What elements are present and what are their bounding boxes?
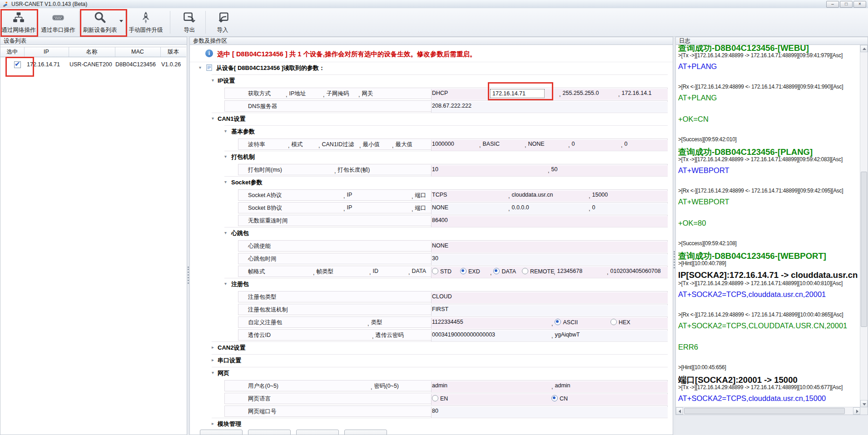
param-panel-title: 参数及操作区 bbox=[189, 37, 673, 45]
column-header-version[interactable]: 版本 bbox=[160, 47, 186, 57]
minimize-button[interactable]: – bbox=[826, 1, 839, 8]
param-section-row[interactable]: ▾IP设置 bbox=[190, 74, 673, 87]
param-panel: 参数及操作区 i 选中 [ D8B04C123456 ] 共 1 个设备,操作会… bbox=[189, 37, 673, 435]
log-blank-line bbox=[678, 104, 860, 115]
tree-root-label: 从设备[ D8B04C123456 ]读取到的参数： bbox=[216, 64, 325, 72]
column-header-ip[interactable]: IP bbox=[24, 47, 69, 57]
expand-arrow-icon[interactable]: ▸ bbox=[212, 345, 214, 350]
param-row: Socket B协议,IP,端口NONE,0.0.0.0,0 bbox=[190, 202, 673, 214]
collapse-arrow-icon[interactable]: ▾ bbox=[212, 78, 214, 83]
param-row: 获取方式,IP地址,子网掩码,网关DHCP172.16.14.71,255.25… bbox=[190, 87, 673, 100]
column-header-mac[interactable]: MAC bbox=[115, 47, 161, 57]
bottom-button-stub[interactable] bbox=[248, 430, 291, 435]
column-header-selected[interactable]: 选中 bbox=[0, 47, 25, 57]
radio-option[interactable]: REMOTE bbox=[522, 268, 554, 275]
import-button[interactable]: 导入 bbox=[208, 10, 237, 35]
log-blank-line bbox=[678, 301, 860, 311]
title-bar: USR-CANET V1.0.0.143 (Beta) – □ × bbox=[0, 0, 868, 9]
log-vertical-scrollbar[interactable] bbox=[860, 45, 868, 407]
radio-option[interactable]: ,ASCII bbox=[551, 319, 578, 326]
log-line: 端口[SOCKA2]:20001 -> 15000 bbox=[678, 374, 860, 384]
collapse-arrow-icon[interactable]: ▾ bbox=[212, 116, 214, 121]
log-horizontal-scrollbar[interactable] bbox=[676, 407, 860, 415]
collapse-arrow-icon[interactable]: ▾ bbox=[224, 179, 227, 184]
scroll-left-button[interactable] bbox=[676, 407, 683, 415]
app-logo-icon bbox=[2, 1, 9, 8]
param-row: 透传云ID,透传云密码00034190000000000003,ygAiqbwT bbox=[190, 329, 673, 341]
device-select-checkbox[interactable]: ✔ bbox=[14, 61, 21, 68]
export-button[interactable]: 导出 bbox=[174, 10, 204, 35]
toolbar-button-label: 通过串口操作 bbox=[41, 27, 75, 33]
log-line: >[Rx <-][172.16.14.29:48899 <- 172.16.14… bbox=[678, 188, 860, 198]
collapse-arrow-icon[interactable]: ▾ bbox=[224, 230, 227, 235]
param-value: ,12345678 bbox=[554, 268, 582, 274]
bottom-button-stub[interactable] bbox=[296, 430, 339, 435]
radio-option[interactable]: EXD bbox=[460, 268, 480, 275]
value-cell-background bbox=[431, 394, 668, 405]
close-button[interactable]: × bbox=[853, 1, 866, 8]
refresh-device-list-button[interactable]: 刷新设备列表 bbox=[81, 10, 119, 35]
param-section-row[interactable]: ▸CAN2设置 bbox=[190, 341, 673, 354]
param-section-row[interactable]: ▾CAN1设置 bbox=[190, 113, 673, 125]
expand-arrow-icon[interactable]: ▸ bbox=[212, 421, 214, 426]
log-line: AT+SOCKA2=TCPS,clouddata.usr.cn,15000 bbox=[678, 394, 860, 405]
collapse-arrow-icon[interactable]: ▾ bbox=[224, 129, 227, 133]
param-row: 注册包发送机制FIRST bbox=[190, 303, 673, 316]
radio-option[interactable]: HEX bbox=[610, 319, 630, 326]
param-section-row[interactable]: ▾网页 bbox=[190, 367, 673, 380]
operate-via-serial-button[interactable]: 通过串口操作 bbox=[39, 10, 78, 35]
log-line: ERR6 bbox=[678, 343, 860, 354]
scroll-up-button[interactable] bbox=[860, 45, 868, 52]
log-blank-line bbox=[678, 73, 860, 84]
log-line: >[Tx ->][172.16.14.29:48899 -> 172.16.14… bbox=[678, 52, 860, 62]
param-label: 获取方式 bbox=[248, 90, 271, 98]
param-value: DHCP bbox=[432, 90, 448, 96]
network-icon bbox=[1, 10, 36, 26]
expand-arrow-icon[interactable]: ▸ bbox=[212, 357, 214, 362]
value-cell-background bbox=[431, 254, 668, 265]
radio-option[interactable]: ,DATA bbox=[490, 268, 516, 275]
maximize-button[interactable]: □ bbox=[840, 1, 853, 8]
param-section-row[interactable]: ▾Socket参数 bbox=[190, 176, 673, 189]
collapse-arrow-icon[interactable]: ▾ bbox=[224, 154, 227, 159]
operate-via-network-button[interactable]: 通过网络操作 bbox=[1, 10, 36, 35]
param-label: 帧格式 bbox=[248, 268, 265, 276]
bottom-button-stub[interactable] bbox=[200, 430, 243, 435]
param-row-box bbox=[238, 266, 668, 277]
bottom-button-stub[interactable] bbox=[344, 430, 387, 435]
param-section-row[interactable]: ▾注册包 bbox=[190, 278, 673, 291]
param-section-row[interactable]: ▸模块管理 bbox=[190, 418, 673, 430]
section-divider bbox=[224, 125, 668, 126]
manual-firmware-upgrade-button[interactable]: 手动固件升级 bbox=[127, 10, 164, 35]
param-section-row[interactable]: ▸串口设置 bbox=[190, 354, 673, 367]
param-section-row[interactable]: ▾打包机制 bbox=[190, 151, 673, 163]
column-header-name[interactable]: 名称 bbox=[69, 47, 115, 57]
param-section-row[interactable]: ▾基本参数 bbox=[190, 125, 673, 138]
param-row: 心跳使能NONE bbox=[190, 240, 673, 252]
scroll-right-button[interactable] bbox=[853, 407, 860, 415]
param-row-box bbox=[238, 202, 668, 213]
radio-option[interactable]: STD bbox=[432, 268, 451, 275]
vertical-scroll-thumb[interactable] bbox=[861, 172, 867, 327]
toolbar: 通过网络操作 通过串口操作 刷新设备列表 bbox=[0, 8, 868, 37]
horizontal-scroll-thumb[interactable] bbox=[684, 408, 845, 414]
param-label: Socket B协议 bbox=[248, 204, 282, 212]
param-value: admin bbox=[432, 382, 447, 389]
scroll-down-button[interactable] bbox=[860, 400, 868, 407]
refresh-dropdown-caret-icon[interactable] bbox=[119, 20, 123, 22]
param-section-row[interactable]: ▾心跳包 bbox=[190, 227, 673, 240]
section-label: 基本参数 bbox=[231, 128, 255, 136]
expand-arrow-icon[interactable]: ▾ bbox=[199, 65, 201, 70]
param-label: ,端口 bbox=[412, 192, 426, 199]
device-row[interactable]: ✔ 172.16.14.71 USR-CANET200 D8B04C123456… bbox=[0, 58, 186, 71]
section-label: CAN2设置 bbox=[218, 344, 245, 352]
collapse-arrow-icon[interactable]: ▾ bbox=[224, 281, 227, 286]
collapse-arrow-icon[interactable]: ▾ bbox=[212, 370, 214, 375]
param-label: ,最小值 bbox=[359, 141, 380, 148]
param-label: 注册包发送机制 bbox=[248, 306, 288, 314]
param-value-input[interactable]: 172.16.14.71 bbox=[490, 89, 545, 98]
log-line: AT+SOCKA2=TCPS,CLOUDDATA.USR.CN,20001 bbox=[678, 321, 860, 332]
radio-option[interactable]: EN bbox=[432, 395, 448, 402]
section-divider bbox=[212, 74, 668, 75]
radio-option[interactable]: CN bbox=[551, 395, 568, 402]
